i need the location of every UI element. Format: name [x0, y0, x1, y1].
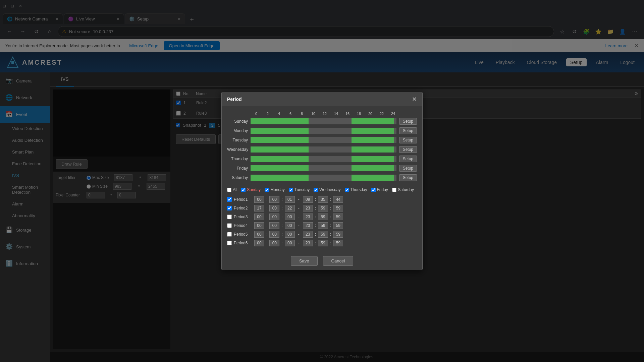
friday-gap [309, 165, 351, 171]
period3-start-h[interactable] [254, 214, 264, 220]
period1-checkbox[interactable] [227, 197, 232, 202]
period6-label: Period6 [234, 241, 252, 245]
day-check-monday[interactable]: Monday [265, 187, 285, 192]
day-check-friday[interactable]: Friday [371, 187, 388, 192]
period3-end-s[interactable] [333, 214, 343, 220]
period5-dash: - [298, 232, 300, 237]
period2-sep3: : [315, 206, 316, 210]
period4-start-m[interactable] [269, 222, 279, 229]
schedule-row-friday: Friday Setup [227, 164, 417, 173]
period1-start-s[interactable] [285, 196, 295, 203]
period2-label: Period2 [234, 206, 252, 210]
period-row-5: Period5 : : - : : [227, 231, 417, 238]
period3-start-m[interactable] [269, 214, 279, 220]
check-tuesday[interactable] [289, 188, 293, 192]
modal-body: 0 2 4 6 8 10 12 14 16 18 20 22 24 [222, 106, 422, 252]
check-sunday[interactable] [241, 188, 246, 192]
day-check-saturday[interactable]: Saturday [392, 187, 414, 192]
period6-end-m[interactable] [318, 240, 328, 246]
label-all: All [233, 187, 237, 192]
time-8: 8 [296, 112, 308, 116]
period5-start-s[interactable] [285, 231, 295, 238]
day-check-tuesday[interactable]: Tuesday [289, 187, 310, 192]
saturday-setup-button[interactable]: Setup [399, 174, 417, 181]
period3-start-s[interactable] [285, 214, 295, 220]
day-check-all[interactable]: All [227, 187, 237, 192]
period1-end-h[interactable] [303, 196, 313, 203]
period4-end-h[interactable] [303, 222, 313, 229]
time-16: 16 [342, 112, 353, 116]
period2-end-s[interactable] [333, 205, 343, 212]
thursday-time-blocks [251, 156, 396, 162]
period3-sep3: : [315, 215, 316, 219]
modal-save-button[interactable]: Save [291, 256, 318, 266]
thursday-setup-button[interactable]: Setup [399, 156, 417, 162]
time-4: 4 [273, 112, 285, 116]
day-check-thursday[interactable]: Thursday [345, 187, 367, 192]
period2-start-m[interactable] [269, 205, 279, 212]
period2-sep1: : [266, 206, 267, 210]
monday-block-1 [251, 128, 309, 134]
period2-end-m[interactable] [318, 205, 328, 212]
period6-end-s[interactable] [333, 240, 343, 246]
period5-end-s[interactable] [333, 231, 343, 238]
check-all[interactable] [227, 188, 231, 192]
modal-close-button[interactable]: ✕ [412, 96, 417, 103]
check-saturday[interactable] [392, 188, 396, 192]
saturday-block-2 [352, 175, 394, 181]
time-14: 14 [330, 112, 342, 116]
period4-start-h[interactable] [254, 222, 264, 229]
period3-checkbox[interactable] [227, 215, 232, 219]
wednesday-setup-button[interactable]: Setup [399, 146, 417, 153]
period2-checkbox[interactable] [227, 206, 232, 210]
period3-sep2: : [281, 215, 282, 219]
check-thursday[interactable] [345, 188, 349, 192]
period5-start-m[interactable] [269, 231, 279, 238]
day-check-sunday[interactable]: Sunday [241, 187, 261, 192]
period6-start-m[interactable] [269, 240, 279, 246]
period5-end-h[interactable] [303, 231, 313, 238]
thursday-block-1 [251, 156, 309, 162]
period3-end-m[interactable] [318, 214, 328, 220]
check-friday[interactable] [371, 188, 376, 192]
wednesday-block-1 [251, 146, 309, 153]
monday-block-2 [352, 128, 394, 134]
period3-label: Period3 [234, 215, 252, 219]
tuesday-gap [309, 137, 351, 143]
sunday-setup-button[interactable]: Setup [399, 118, 417, 125]
monday-setup-button[interactable]: Setup [399, 127, 417, 134]
time-6: 6 [285, 112, 296, 116]
day-check-wednesday[interactable]: Wednesday [314, 187, 340, 192]
monday-gap [309, 128, 351, 134]
tuesday-setup-button[interactable]: Setup [399, 137, 417, 143]
period6-start-s[interactable] [285, 240, 295, 246]
period5-end-m[interactable] [318, 231, 328, 238]
period3-end-h[interactable] [303, 214, 313, 220]
period1-end-s[interactable] [333, 196, 343, 203]
period2-start-h[interactable] [254, 205, 264, 212]
period1-start-h[interactable] [254, 196, 264, 203]
label-sunday: Sunday [247, 187, 261, 192]
period5-start-h[interactable] [254, 231, 264, 238]
period1-end-m[interactable] [318, 196, 328, 203]
period2-end-h[interactable] [303, 205, 313, 212]
modal-cancel-button[interactable]: Cancel [323, 256, 353, 266]
period2-start-s[interactable] [285, 205, 295, 212]
period4-start-s[interactable] [285, 222, 295, 229]
period4-checkbox[interactable] [227, 223, 232, 228]
friday-setup-button[interactable]: Setup [399, 165, 417, 172]
period5-checkbox[interactable] [227, 232, 232, 237]
period6-sep2: : [281, 241, 282, 245]
check-wednesday[interactable] [314, 188, 318, 192]
period-row-4: Period4 : : - : : [227, 222, 417, 229]
period6-checkbox[interactable] [227, 241, 232, 245]
period4-end-m[interactable] [318, 222, 328, 229]
friday-block-1 [251, 165, 309, 171]
period1-start-m[interactable] [269, 196, 279, 203]
period6-end-h[interactable] [303, 240, 313, 246]
period4-end-s[interactable] [333, 222, 343, 229]
period6-start-h[interactable] [254, 240, 264, 246]
period4-sep2: : [281, 223, 282, 228]
check-monday[interactable] [265, 188, 269, 192]
period6-sep1: : [266, 241, 267, 245]
